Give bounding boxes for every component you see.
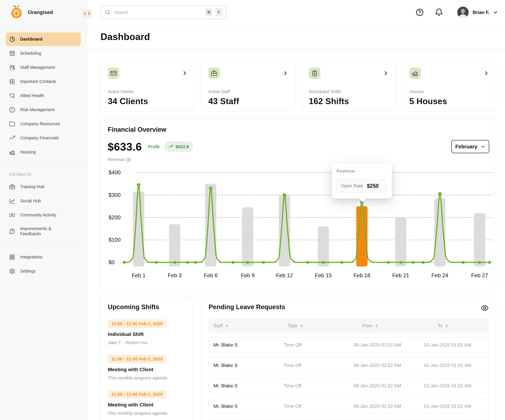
chevron-right-icon[interactable]	[182, 70, 187, 76]
x-tick-label: Feb 15	[315, 272, 332, 278]
leave-request-row[interactable]: Mr. Blake STime Off08-Jan-2025 01:02 AM1…	[208, 358, 489, 373]
search-input[interactable]	[114, 10, 205, 15]
y-tick-label: $0	[108, 259, 115, 265]
line-dot[interactable]	[173, 261, 176, 264]
leave-column-from[interactable]: From	[357, 323, 433, 328]
line-dot[interactable]	[186, 261, 189, 264]
brand-name: Orangised	[28, 9, 53, 15]
bar-feb-27[interactable]	[474, 213, 485, 266]
leave-request-row[interactable]: Mr. Blake STime Off08-Jan-2025 01:02 AM1…	[208, 337, 489, 352]
line-dot[interactable]	[155, 261, 158, 264]
sidebar-item-company-resources[interactable]: Company Resources	[6, 117, 81, 131]
sidebar-collapse-button[interactable]	[82, 9, 92, 18]
sidebar-item-scheduling[interactable]: 31Scheduling	[6, 46, 81, 60]
user-name[interactable]: Brian F.	[473, 10, 490, 15]
sidebar-item-community-activity[interactable]: Community Activity	[6, 208, 81, 222]
user-avatar[interactable]	[457, 7, 469, 18]
page-title: Dashboard	[101, 31, 150, 42]
chevron-right-icon[interactable]	[483, 70, 489, 76]
shift-entry[interactable]: 11:00 - 12:00 Feb 2, 2025Individual Shif…	[108, 320, 185, 346]
leave-request-row[interactable]: Mr. Blake STime Off08-Jan-2025 01:02 AM1…	[208, 419, 489, 420]
sidebar-item-label: Scheduling	[20, 51, 41, 56]
bar-feb-6[interactable]	[205, 184, 216, 266]
sidebar-item-dashboard[interactable]: Dashboard	[6, 32, 81, 46]
shift-entry[interactable]: 11:00 - 12:00 Feb 2, 2025Meeting with Cl…	[108, 355, 185, 381]
revenue-chart[interactable]: $0$100$200$300$400Feb 1Feb 3Feb 6Feb 9Fe…	[101, 119, 496, 292]
leave-column-type[interactable]: Type	[283, 323, 357, 328]
line-dot[interactable]	[340, 261, 343, 264]
chevron-right-icon[interactable]	[383, 70, 389, 76]
sidebar-item-allied-health[interactable]: Allied Health	[6, 89, 81, 102]
bar-feb-3[interactable]	[169, 224, 180, 266]
bar-feb-1[interactable]	[133, 192, 144, 266]
sidebar-item-label: Training Hub	[20, 184, 44, 189]
sidebar-item-risk-management[interactable]: Risk Management	[6, 103, 81, 117]
leave-request-row[interactable]: Mr. Blake STime Off08-Jan-2025 01:02 AM1…	[208, 378, 489, 393]
line-dot[interactable]	[422, 261, 424, 264]
tooltip-box: Open Rate $250	[337, 179, 387, 192]
sidebar-item-label: Social Hub	[20, 198, 41, 203]
bar-feb-15[interactable]	[318, 226, 329, 266]
search-box[interactable]: ⌘ F	[101, 6, 226, 19]
leave-column-staff[interactable]: Staff	[208, 323, 283, 328]
notifications-button[interactable]	[435, 8, 443, 17]
sidebar-item-housing[interactable]: Housing	[6, 145, 81, 159]
line-dot[interactable]	[231, 261, 234, 264]
leave-table-header: StaffTypeFromTo	[208, 319, 489, 333]
line-peak-dot[interactable]	[137, 183, 140, 187]
sidebar-item-label: Allied Health	[20, 93, 44, 98]
leave-request-row[interactable]: Mr. Blake STime Off08-Jan-2025 01:02 AM1…	[208, 399, 489, 414]
chevron-right-icon[interactable]	[282, 70, 288, 76]
sidebar-item-settings[interactable]: Settings	[6, 264, 81, 278]
tooltip-title: Revenue	[337, 168, 355, 174]
line-dot[interactable]	[399, 261, 402, 264]
line-dot[interactable]	[387, 261, 390, 264]
svg-text:31: 31	[11, 53, 13, 56]
x-tick-label: Feb 21	[392, 272, 409, 278]
sidebar-item-training-hub[interactable]: Training Hub	[6, 180, 81, 194]
topbar: ⌘ F Brian F.	[87, 0, 505, 25]
line-dot[interactable]	[322, 261, 325, 264]
page-head: Dashboard	[87, 25, 505, 49]
leave-cell: 10-Jan-2025 01:02 AM	[419, 383, 488, 389]
bar-feb-21[interactable]	[395, 217, 406, 266]
line-dot[interactable]	[123, 261, 126, 264]
shift-entry[interactable]: 11:00 - 12:00 Feb 2, 2025Meeting with Cl…	[108, 390, 185, 416]
bar-feb-12[interactable]	[279, 195, 290, 266]
line-dot[interactable]	[462, 261, 465, 264]
sort-icon[interactable]	[300, 324, 304, 328]
sidebar-item-social-hub[interactable]: Social Hub	[6, 194, 81, 208]
line-peak-dot[interactable]	[283, 193, 286, 197]
line-dot[interactable]	[478, 261, 481, 264]
sort-icon[interactable]	[445, 324, 449, 328]
sidebar-item-improvements-feedbacks[interactable]: Improvements & Feedbacks	[6, 222, 81, 240]
line-dot[interactable]	[488, 261, 491, 264]
y-tick-label: $200	[108, 215, 121, 221]
sidebar-item-company-financials[interactable]: Company Financials	[6, 131, 81, 145]
bar-feb-9[interactable]	[242, 207, 253, 266]
line-peak-dot[interactable]	[209, 186, 213, 190]
line-dot[interactable]	[246, 261, 249, 264]
contact-book-icon	[9, 79, 15, 85]
help-button[interactable]	[415, 8, 424, 17]
leave-column-to[interactable]: To	[433, 323, 489, 328]
line-dot[interactable]	[262, 261, 265, 264]
chevron-down-icon[interactable]	[492, 9, 498, 15]
x-tick-label: Feb 24	[431, 272, 448, 278]
sidebar-item-integrations[interactable]: Integrations	[6, 250, 81, 264]
sidebar-item-important-contacts[interactable]: Important Contacts	[6, 75, 81, 88]
line-peak-dot[interactable]	[438, 192, 442, 196]
shift-title: Individual Shift	[108, 331, 185, 337]
sidebar-item-label: Important Contacts	[20, 79, 56, 84]
sort-icon[interactable]	[375, 324, 379, 328]
line-dot[interactable]	[412, 261, 415, 264]
sidebar-item-staff-management[interactable]: Staff Management	[6, 61, 81, 74]
mail-icon	[108, 68, 119, 79]
sort-icon[interactable]	[225, 324, 229, 328]
pending-leave-title: Pending Leave Requests	[208, 303, 489, 311]
view-leave-button[interactable]	[481, 304, 489, 312]
line-dot[interactable]	[194, 261, 197, 264]
x-tick-label: Feb 18	[354, 272, 370, 278]
line-dot[interactable]	[306, 261, 309, 264]
sidebar-item-label: Risk Management	[20, 107, 55, 112]
